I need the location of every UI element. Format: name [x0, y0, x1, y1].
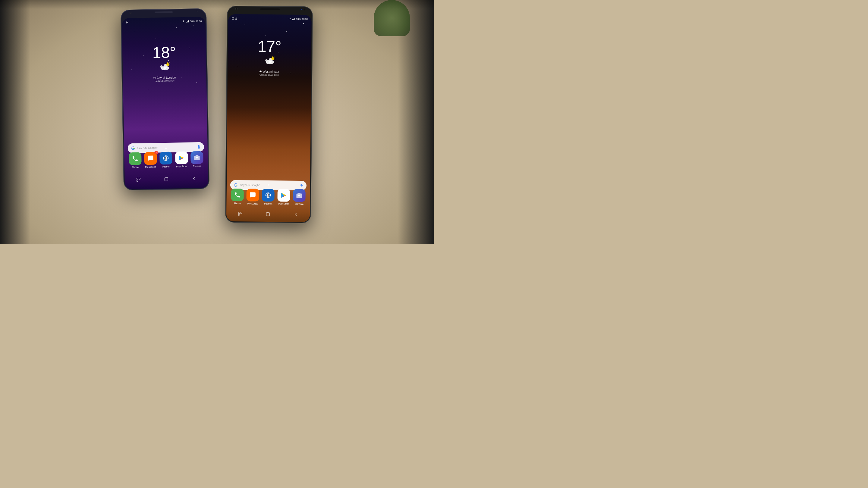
google-logo-right [233, 183, 238, 187]
svg-rect-25 [294, 19, 294, 20]
search-placeholder-left: Say "Ok Google" [137, 145, 197, 150]
scene: 58% 10:36 18° [0, 0, 434, 244]
nav-back-right[interactable] [293, 212, 299, 218]
app-messages-label-right: Messages [247, 202, 258, 205]
location-icon-right [259, 70, 262, 73]
signal-icon-right [292, 18, 296, 20]
svg-line-10 [169, 63, 170, 63]
status-right-right-phone: 94% 10:36 [288, 18, 308, 21]
phone-right: 94% 10:36 17° [225, 6, 313, 223]
bluetooth-icon-left [125, 21, 128, 24]
shadow-left [0, 0, 30, 244]
svg-rect-3 [188, 20, 189, 22]
svg-rect-36 [301, 184, 302, 186]
svg-rect-1 [187, 22, 187, 23]
sensor-left [196, 11, 197, 12]
app-phone-label-right: Phone [234, 202, 241, 205]
svg-rect-42 [239, 214, 240, 216]
app-internet-label-left: Internet [162, 165, 170, 168]
app-phone-left[interactable]: Phone [129, 152, 142, 169]
app-camera-left[interactable]: Camera [190, 151, 204, 168]
playstore-icon-right [277, 189, 290, 201]
messages-badge-left: 8 [154, 151, 158, 154]
app-messages-right[interactable]: Messages [246, 189, 259, 205]
app-phone-right[interactable]: Phone [231, 189, 244, 205]
messages-icon-left: 8 [144, 152, 157, 165]
location-left: City of London [156, 76, 176, 79]
svg-point-35 [260, 71, 261, 72]
mic-icon-left[interactable] [197, 145, 201, 149]
camera-icon-right [293, 189, 306, 202]
status-right-left-phone: 58% 10:36 [182, 20, 202, 23]
location-icon-left [153, 76, 156, 79]
svg-rect-43 [267, 213, 270, 216]
battery-right: 94% [296, 18, 301, 20]
screenshot-icon [232, 17, 234, 20]
search-placeholder-right: Say "Ok Google" [240, 184, 299, 187]
nav-home-left[interactable] [164, 176, 169, 182]
location-right: Westminster [262, 70, 279, 73]
svg-rect-0 [186, 22, 187, 22]
svg-rect-18 [139, 178, 141, 179]
svg-rect-23 [292, 19, 293, 20]
nav-back-left[interactable] [192, 176, 196, 182]
weather-icon-right [227, 56, 311, 69]
internet-icon-right [262, 189, 275, 201]
app-internet-label-right: Internet [264, 202, 272, 205]
sensor-right [304, 9, 305, 10]
camera-icon-left [190, 151, 204, 164]
phone-icon-right [231, 189, 244, 201]
svg-point-12 [154, 77, 155, 78]
svg-rect-2 [187, 21, 188, 23]
led-right [301, 9, 302, 10]
app-internet-left[interactable]: Internet [160, 152, 173, 168]
temp-left: 18° [122, 44, 206, 61]
wifi-icon-left [182, 20, 185, 23]
messages-icon-right [247, 189, 259, 201]
svg-rect-24 [293, 19, 293, 20]
speaker-left [154, 11, 173, 13]
app-camera-right[interactable]: Camera [293, 189, 306, 205]
app-playstore-left[interactable]: Play Store [175, 152, 188, 168]
signal-icon-left [186, 20, 189, 23]
volume-up-right-phone [226, 36, 227, 43]
phone-icon-left [129, 152, 142, 165]
app-playstore-label-right: Play Store [278, 202, 289, 205]
phones-container: 58% 10:36 18° [122, 6, 312, 223]
nav-recent-left[interactable] [136, 177, 141, 183]
app-dock-left: Phone 8 Messages [124, 151, 208, 169]
status-bar-right: 94% 10:36 [228, 15, 312, 22]
camera-right-front [236, 8, 238, 10]
svg-rect-26 [294, 18, 295, 20]
weather-icon-left [123, 61, 207, 75]
mic-icon-right[interactable] [299, 184, 304, 188]
time-right: 10:36 [302, 18, 308, 20]
app-internet-right[interactable]: Internet [262, 189, 275, 205]
phone-left: 58% 10:36 18° [121, 8, 210, 191]
nav-bar-right [226, 210, 310, 219]
svg-point-31 [271, 57, 274, 60]
internet-icon-left [160, 152, 173, 165]
svg-rect-20 [165, 177, 168, 181]
app-camera-label-left: Camera [193, 165, 202, 167]
download-icon [235, 17, 238, 20]
power-button-left-phone [207, 44, 208, 59]
nav-bar-left [124, 175, 208, 185]
time-left: 10:36 [195, 20, 202, 22]
app-camera-label-right: Camera [295, 203, 304, 205]
svg-rect-17 [137, 178, 138, 179]
speaker-right [260, 8, 280, 10]
app-playstore-right[interactable]: Play Store [277, 189, 290, 205]
battery-left: 58% [190, 20, 195, 23]
svg-line-33 [274, 57, 275, 57]
nav-recent-right[interactable] [238, 212, 243, 217]
volume-down-right-phone [226, 46, 227, 54]
app-dock-right: Phone Messages Internet [226, 189, 310, 205]
google-logo-left [131, 146, 135, 151]
camera-left-front [130, 12, 131, 14]
svg-rect-40 [239, 212, 240, 214]
temp-right: 17° [228, 38, 311, 55]
app-messages-label-left: Messages [145, 166, 156, 169]
nav-home-right[interactable] [266, 212, 271, 217]
app-messages-left[interactable]: 8 Messages [144, 152, 157, 169]
